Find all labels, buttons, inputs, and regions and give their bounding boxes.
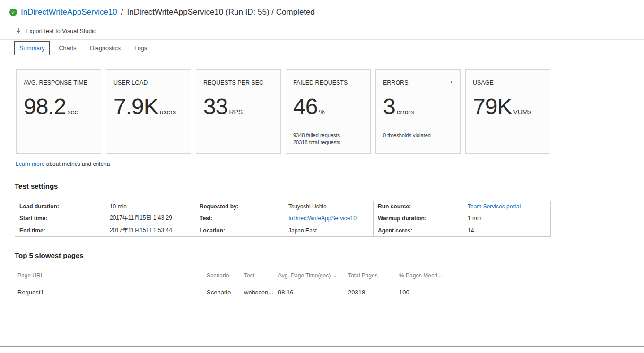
- card-user-load: USER LOAD 7.9K users: [106, 69, 191, 154]
- page-url-cell: Request1: [17, 285, 207, 299]
- avg-page-time-cell: 98.16: [278, 285, 348, 299]
- run-source-link[interactable]: Team Services portal: [468, 203, 521, 210]
- test-cell: webscen...: [244, 285, 278, 299]
- table-row: Request1 Scenario webscen... 98.16 20318…: [17, 285, 470, 299]
- footer-divider: [0, 346, 644, 347]
- card-unit: sec: [67, 108, 78, 116]
- setting-label: Warmup duration:: [374, 212, 463, 224]
- column-header-total-pages[interactable]: Total Pages: [348, 272, 399, 285]
- setting-label: Test:: [195, 212, 284, 224]
- toolbar-divider: [0, 39, 644, 40]
- column-header-avg-page-time[interactable]: Avg. Page Time(sec)↓: [278, 272, 348, 285]
- column-header-pct-pages-meeting[interactable]: % Pages Meeti...: [399, 272, 470, 285]
- tab-diagnostics[interactable]: Diagnostics: [85, 42, 125, 55]
- card-unit: VUMs: [513, 108, 531, 116]
- card-requests-per-sec: REQUESTS PER SEC 33 RPS: [196, 69, 281, 154]
- card-title: USAGE: [473, 79, 543, 86]
- learn-more-link[interactable]: Learn more: [16, 161, 44, 167]
- card-unit: errors: [397, 108, 414, 116]
- tab-summary[interactable]: Summary: [14, 41, 50, 55]
- setting-value: 2017年11月15日 1:43:29: [105, 212, 195, 224]
- breadcrumb: ✓ InDirectWriteAppService10 / InDirectWr…: [0, 0, 644, 23]
- slowest-pages-heading: Top 5 slowest pages: [15, 251, 644, 259]
- success-status-icon: ✓: [9, 9, 17, 16]
- setting-label: Requested by:: [195, 201, 284, 212]
- setting-label: Start time:: [15, 212, 105, 224]
- card-value: 46: [293, 94, 317, 120]
- errors-navigate-arrow-icon[interactable]: →: [445, 76, 454, 86]
- total-requests-count: 20318 total requests: [293, 139, 340, 146]
- metric-cards: AVG. RESPONSE TIME 98.2 sec USER LOAD 7.…: [16, 69, 644, 154]
- learn-more-line: Learn more about metrics and criteria: [16, 161, 644, 167]
- toolbar: Export test to Visual Studio: [0, 23, 644, 39]
- setting-value: 2017年11月15日 1:53:44: [105, 224, 195, 237]
- tab-logs[interactable]: Logs: [130, 42, 152, 55]
- card-title: REQUESTS PER SEC: [203, 79, 273, 86]
- card-unit: RPS: [229, 108, 243, 116]
- card-failed-requests: FAILED REQUESTS 46 % 9348 failed request…: [286, 69, 371, 154]
- card-unit: users: [160, 108, 176, 116]
- failed-requests-count: 9348 failed requests: [293, 132, 340, 139]
- column-header-test[interactable]: Test: [244, 272, 278, 285]
- table-row: Load duration: 10 min Requested by: Tsuy…: [15, 201, 551, 212]
- export-button-label: Export test to Visual Studio: [26, 28, 96, 34]
- setting-label: Load duration:: [15, 201, 105, 212]
- tab-charts[interactable]: Charts: [54, 42, 81, 55]
- card-title: ERRORS: [383, 79, 453, 86]
- card-value: 98.2: [24, 94, 66, 120]
- setting-label: Agent cores:: [374, 224, 463, 237]
- slowest-pages-table: Page URL Scenario Test Avg. Page Time(se…: [17, 272, 470, 299]
- card-errors: ERRORS → 3 errors 0 thresholds violated: [375, 69, 461, 154]
- card-title: FAILED REQUESTS: [293, 79, 363, 86]
- card-details: 0 thresholds violated: [383, 132, 431, 139]
- card-avg-response-time: AVG. RESPONSE TIME 98.2 sec: [16, 69, 101, 154]
- test-settings-table: Load duration: 10 min Requested by: Tsuy…: [15, 201, 551, 237]
- card-value: 33: [203, 94, 227, 120]
- setting-value: Japan East: [284, 224, 374, 237]
- table-header-row: Page URL Scenario Test Avg. Page Time(se…: [17, 272, 470, 285]
- setting-label: End time:: [15, 224, 105, 237]
- setting-value: 10 min: [105, 201, 195, 212]
- table-row: End time: 2017年11月15日 1:53:44 Location: …: [15, 224, 551, 237]
- card-title: AVG. RESPONSE TIME: [24, 79, 94, 86]
- breadcrumb-separator: /: [121, 8, 123, 17]
- thresholds-violated-count: 0 thresholds violated: [383, 132, 431, 139]
- card-title: USER LOAD: [113, 79, 183, 86]
- column-header-page-url[interactable]: Page URL: [17, 272, 207, 285]
- card-value: 3: [383, 94, 395, 120]
- test-settings-heading: Test settings: [15, 182, 644, 190]
- card-details: 9348 failed requests 20318 total request…: [293, 132, 340, 146]
- breadcrumb-test-link[interactable]: InDirectWriteAppService10: [21, 8, 117, 17]
- setting-label: Location:: [195, 224, 284, 237]
- setting-label: Run source:: [374, 201, 463, 212]
- card-value: 79K: [473, 94, 512, 120]
- card-value: 7.9K: [113, 94, 158, 120]
- export-download-icon: [15, 28, 26, 34]
- table-row: Start time: 2017年11月15日 1:43:29 Test: In…: [15, 212, 551, 224]
- breadcrumb-run-title: InDirectWriteAppService10 (Run ID: 55) /…: [127, 8, 315, 17]
- setting-value: Tsuyoshi Ushio: [284, 201, 374, 212]
- card-usage: USAGE 79K VUMs: [465, 69, 550, 154]
- sort-descending-icon: ↓: [333, 272, 336, 279]
- setting-value: 1 min: [463, 212, 551, 224]
- export-to-visual-studio-button[interactable]: Export test to Visual Studio: [15, 28, 96, 34]
- setting-value: 14: [463, 224, 551, 237]
- learn-more-text: about metrics and criteria: [46, 161, 110, 167]
- scenario-cell: Scenario: [207, 285, 244, 299]
- pct-pages-meeting-cell: 100: [399, 285, 470, 299]
- test-link[interactable]: InDirectWriteAppService10: [288, 215, 357, 222]
- column-header-scenario[interactable]: Scenario: [207, 272, 244, 285]
- card-unit: %: [319, 108, 324, 116]
- tab-bar: Summary Charts Diagnostics Logs: [14, 41, 644, 55]
- total-pages-cell: 20318: [348, 285, 399, 299]
